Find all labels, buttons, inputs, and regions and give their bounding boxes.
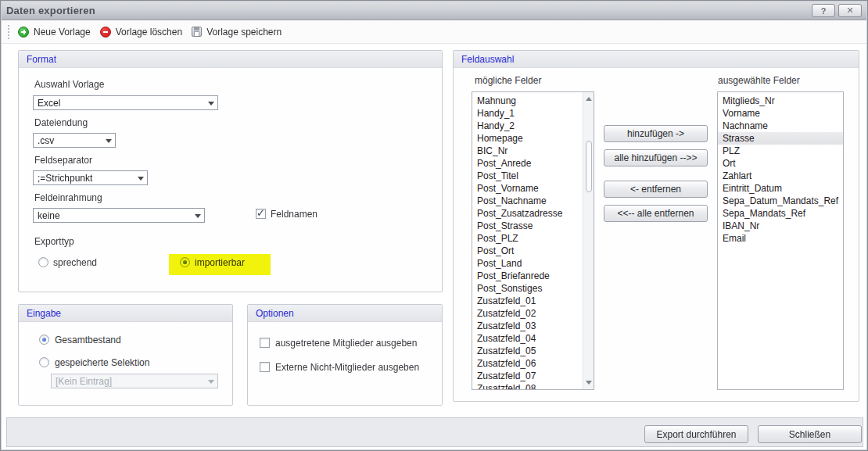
list-item[interactable]: Vorname: [718, 107, 843, 120]
list-item[interactable]: IBAN_Nr: [718, 220, 843, 232]
export-dialog: Daten exportieren ? ✕ Neue Vorlage Vorla…: [0, 0, 868, 451]
ausgetretene-label[interactable]: ausgetretene Mitglieder ausgeben: [275, 338, 417, 349]
list-item[interactable]: Post_Anrede: [472, 157, 582, 170]
scrollbar[interactable]: [583, 92, 594, 389]
field-separator-select[interactable]: ;=Strichpunkt: [33, 170, 148, 185]
selektion-select: [Kein Eintrag]: [51, 374, 218, 388]
list-item[interactable]: BIC_Nr: [472, 145, 582, 157]
save-template-button[interactable]: Vorlage speichern: [190, 27, 289, 38]
feldseparator-label: Feldseparator: [34, 155, 92, 166]
chevron-down-icon: [208, 102, 214, 106]
list-item[interactable]: Post_Strasse: [472, 220, 582, 232]
feldauswahl-group: Feldauswahl mögliche Felder MahnungHandy…: [453, 50, 859, 402]
save-template-label: Vorlage speichern: [206, 27, 282, 38]
help-button[interactable]: ?: [812, 4, 835, 17]
radio-sprechend[interactable]: [38, 257, 48, 267]
file-extension-value: .csv: [38, 135, 54, 146]
ausgetretene-checkbox[interactable]: [260, 338, 270, 348]
feldnamen-label[interactable]: Feldnamen: [271, 209, 317, 220]
eingabe-group-header: Eingabe: [19, 305, 232, 322]
list-item[interactable]: Zusatzfeld_06: [472, 357, 582, 370]
feldauswahl-group-header: Feldauswahl: [454, 51, 859, 68]
moegliche-felder-label: mögliche Felder: [475, 75, 541, 87]
radio-importierbar-label[interactable]: importierbar: [195, 257, 245, 269]
radio-gesamtbestand[interactable]: [39, 335, 49, 345]
plus-icon: [18, 27, 29, 38]
list-item[interactable]: Post_Titel: [472, 170, 582, 182]
externe-checkbox[interactable]: [260, 362, 270, 372]
field-framing-select[interactable]: keine: [33, 208, 205, 223]
list-item[interactable]: Zusatzfeld_03: [472, 320, 582, 332]
chevron-down-icon: [138, 177, 144, 181]
scrollbar-thumb[interactable]: [586, 141, 592, 192]
list-item[interactable]: Handy_1: [472, 107, 582, 120]
close-button[interactable]: Schließen: [758, 425, 862, 443]
toolbar-grip[interactable]: [8, 25, 10, 39]
delete-template-button[interactable]: Vorlage löschen: [99, 27, 190, 38]
format-group-header: Format: [19, 51, 442, 68]
remove-all-button[interactable]: <<-- alle entfernen: [604, 205, 708, 222]
list-item[interactable]: Zusatzfeld_02: [472, 307, 582, 320]
list-item[interactable]: Zusatzfeld_01: [472, 295, 582, 307]
new-template-button[interactable]: Neue Vorlage: [16, 27, 99, 38]
list-item[interactable]: Nachname: [718, 120, 843, 132]
field-framing-value: keine: [38, 210, 60, 221]
template-select-value: Excel: [38, 98, 60, 109]
ausgewaehlte-felder-list[interactable]: Mitglieds_NrVornameNachnameStrassePLZOrt…: [717, 91, 844, 390]
selektion-select-value: [Kein Eintrag]: [56, 376, 112, 387]
radio-gespeicherte-selektion-label[interactable]: gespeicherte Selektion: [55, 357, 149, 369]
list-item[interactable]: PLZ: [718, 145, 843, 157]
externe-label[interactable]: Externe Nicht-Mitglieder ausgeben: [275, 362, 419, 374]
new-template-label: Neue Vorlage: [34, 27, 91, 38]
moegliche-felder-list[interactable]: MahnungHandy_1Handy_2HomepageBIC_NrPost_…: [472, 91, 594, 390]
list-item[interactable]: Post_Land: [472, 257, 582, 270]
list-item[interactable]: Post_Vorname: [472, 182, 582, 195]
list-item[interactable]: Post_Sonstiges: [472, 282, 582, 295]
list-item[interactable]: Strasse: [718, 132, 843, 145]
title-bar[interactable]: Daten exportieren ? ✕: [2, 2, 866, 20]
close-icon[interactable]: ✕: [838, 4, 862, 17]
list-item[interactable]: Zusatzfeld_04: [472, 332, 582, 345]
scroll-up-icon[interactable]: [586, 97, 592, 101]
remove-button[interactable]: <- entfernen: [604, 181, 708, 198]
add-all-button[interactable]: alle hinzufügen -->>: [604, 149, 708, 166]
list-item[interactable]: Zusatzfeld_05: [472, 345, 582, 357]
list-item[interactable]: Post_Ort: [472, 245, 582, 257]
radio-gespeicherte-selektion[interactable]: [39, 357, 49, 367]
list-item[interactable]: Mahnung: [472, 95, 582, 107]
optionen-group-header: Optionen: [248, 305, 442, 322]
field-separator-value: ;=Strichpunkt: [38, 173, 92, 184]
list-item[interactable]: Sepa_Mandats_Ref: [718, 207, 843, 220]
list-item[interactable]: Eintritt_Datum: [718, 182, 843, 195]
radio-gesamtbestand-label[interactable]: Gesamtbestand: [55, 335, 121, 346]
list-item[interactable]: Sepa_Datum_Mandats_Ref: [718, 195, 843, 207]
radio-sprechend-label[interactable]: sprechend: [53, 257, 97, 269]
chevron-down-icon: [208, 380, 214, 384]
toolbar: Neue Vorlage Vorlage löschen Vorlage spe…: [2, 20, 866, 44]
list-item[interactable]: Post_Briefanrede: [472, 270, 582, 282]
delete-template-label: Vorlage löschen: [116, 27, 182, 38]
radio-importierbar[interactable]: [180, 257, 190, 267]
optionen-group-title: Optionen: [256, 308, 294, 319]
auswahl-vorlage-label: Auswahl Vorlage: [34, 79, 104, 91]
save-icon: [192, 27, 202, 37]
list-item[interactable]: Handy_2: [472, 120, 582, 132]
dateiendung-label: Dateiendung: [34, 117, 88, 129]
list-item[interactable]: Post_Zusatzadresse: [472, 207, 582, 220]
footer-bar: Export durchführen Schließen: [6, 417, 863, 447]
list-item[interactable]: Post_Nachname: [472, 195, 582, 207]
template-select[interactable]: Excel: [33, 95, 218, 110]
scroll-down-icon[interactable]: [586, 381, 592, 385]
file-extension-select[interactable]: .csv: [33, 133, 116, 148]
list-item[interactable]: Homepage: [472, 132, 582, 145]
list-item[interactable]: Ort: [718, 157, 843, 170]
list-item[interactable]: Zusatzfeld_07: [472, 370, 582, 382]
list-item[interactable]: Zahlart: [718, 170, 843, 182]
list-item[interactable]: Post_PLZ: [472, 232, 582, 245]
export-button[interactable]: Export durchführen: [644, 425, 748, 443]
list-item[interactable]: Zusatzfeld_08: [472, 382, 582, 390]
feldnamen-checkbox[interactable]: [256, 209, 266, 219]
list-item[interactable]: Mitglieds_Nr: [718, 95, 843, 107]
add-button[interactable]: hinzufügen ->: [604, 125, 708, 142]
list-item[interactable]: Email: [718, 232, 843, 245]
